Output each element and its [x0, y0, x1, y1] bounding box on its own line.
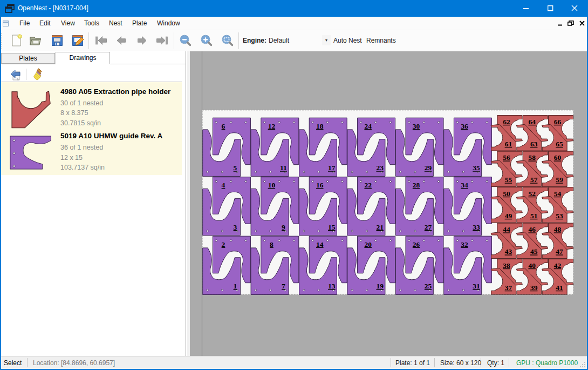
svg-text:40: 40 — [528, 261, 536, 270]
svg-text:37: 37 — [505, 284, 512, 292]
svg-text:14: 14 — [316, 240, 324, 248]
svg-text:18: 18 — [316, 122, 324, 130]
svg-text:32: 32 — [461, 240, 468, 248]
svg-text:5: 5 — [234, 164, 237, 172]
svg-text:48: 48 — [554, 225, 562, 233]
svg-text:24: 24 — [364, 122, 372, 130]
svg-text:43: 43 — [505, 247, 512, 255]
svg-text:36: 36 — [461, 122, 468, 130]
svg-text:4: 4 — [222, 181, 225, 189]
svg-text:35: 35 — [473, 164, 480, 172]
svg-text:50: 50 — [503, 190, 510, 198]
svg-text:33: 33 — [473, 223, 480, 231]
svg-text:26: 26 — [413, 240, 420, 248]
svg-text:28: 28 — [413, 181, 420, 189]
svg-text:60: 60 — [554, 153, 562, 162]
svg-text:34: 34 — [461, 181, 468, 189]
svg-text:7: 7 — [282, 282, 285, 290]
svg-text:56: 56 — [503, 153, 510, 162]
svg-text:53: 53 — [556, 212, 563, 220]
svg-text:42: 42 — [554, 261, 562, 270]
svg-text:41: 41 — [556, 284, 563, 292]
svg-text:23: 23 — [376, 164, 384, 172]
svg-text:46: 46 — [528, 225, 536, 233]
svg-text:47: 47 — [556, 247, 563, 255]
svg-text:39: 39 — [530, 284, 538, 292]
svg-text:12: 12 — [268, 122, 276, 130]
svg-text:31: 31 — [473, 282, 480, 290]
svg-text:10: 10 — [268, 181, 276, 189]
svg-text:65: 65 — [556, 140, 563, 148]
svg-text:27: 27 — [425, 223, 432, 231]
svg-text:45: 45 — [530, 247, 538, 255]
svg-text:6: 6 — [222, 122, 225, 130]
svg-text:61: 61 — [505, 140, 512, 148]
svg-text:17: 17 — [328, 164, 336, 172]
svg-text:20: 20 — [364, 240, 372, 248]
svg-text:19: 19 — [376, 282, 384, 290]
svg-text:22: 22 — [364, 181, 372, 189]
svg-text:66: 66 — [554, 118, 562, 126]
svg-text:15: 15 — [328, 223, 336, 231]
svg-text:11: 11 — [280, 164, 287, 172]
svg-text:3: 3 — [234, 223, 237, 231]
svg-text:51: 51 — [530, 212, 538, 220]
svg-text:63: 63 — [530, 140, 538, 148]
svg-text:9: 9 — [282, 223, 285, 231]
svg-text:44: 44 — [503, 225, 510, 233]
svg-text:52: 52 — [528, 190, 536, 198]
svg-text:54: 54 — [554, 190, 562, 198]
svg-text:1: 1 — [234, 282, 237, 290]
svg-text:58: 58 — [528, 153, 536, 162]
svg-text:2: 2 — [222, 240, 225, 248]
svg-text:38: 38 — [503, 261, 510, 270]
svg-text:25: 25 — [425, 282, 432, 290]
svg-text:59: 59 — [556, 176, 563, 184]
svg-text:57: 57 — [530, 176, 538, 184]
svg-text:21: 21 — [376, 223, 384, 231]
svg-text:13: 13 — [328, 282, 336, 290]
svg-text:8: 8 — [270, 240, 274, 248]
svg-text:64: 64 — [528, 118, 536, 126]
svg-text:62: 62 — [503, 118, 510, 126]
svg-text:16: 16 — [316, 181, 324, 189]
svg-text:49: 49 — [505, 212, 512, 220]
svg-text:29: 29 — [425, 164, 432, 172]
svg-text:30: 30 — [413, 122, 420, 130]
svg-text:55: 55 — [505, 176, 512, 184]
